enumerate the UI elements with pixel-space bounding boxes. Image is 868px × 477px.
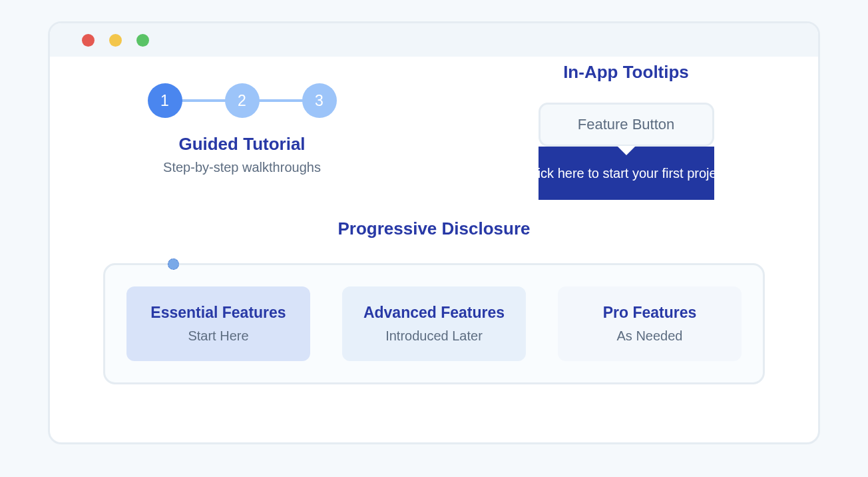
card-pro: Pro Features As Needed [558, 286, 742, 361]
progressive-title: Progressive Disclosure [50, 219, 818, 239]
progressive-panel: Essential Features Start Here Advanced F… [103, 263, 765, 384]
tooltips-title: In-App Tooltips [434, 62, 818, 83]
card-essential: Essential Features Start Here [126, 286, 310, 361]
step-3-circle: 3 [302, 83, 337, 118]
step-1-circle: 1 [148, 83, 182, 118]
step-connector [182, 99, 226, 102]
tooltip-arrow-icon [617, 146, 636, 155]
card-title: Advanced Features [355, 304, 513, 322]
guided-title: Guided Tutorial [50, 134, 434, 155]
app-window: 1 2 3 Guided Tutorial Step-by-step walkt… [48, 21, 820, 444]
card-subtitle: As Needed [571, 328, 728, 344]
tooltips-section: In-App Tooltips Feature Button Click her… [434, 57, 818, 200]
card-title: Pro Features [571, 304, 728, 322]
step-indicator: 1 2 3 [148, 83, 337, 118]
top-row: 1 2 3 Guided Tutorial Step-by-step walkt… [50, 57, 818, 200]
window-minimize-icon[interactable] [109, 34, 122, 47]
window-titlebar [50, 23, 818, 57]
tooltip-demo: Feature Button Click here to start your … [539, 103, 714, 200]
window-close-icon[interactable] [82, 34, 95, 47]
card-subtitle: Start Here [140, 328, 297, 344]
guided-subtitle: Step-by-step walkthroughs [50, 160, 434, 175]
window-maximize-icon[interactable] [136, 34, 149, 47]
card-title: Essential Features [140, 304, 297, 322]
card-subtitle: Introduced Later [355, 328, 513, 344]
card-advanced: Advanced Features Introduced Later [342, 286, 526, 361]
step-connector [259, 99, 303, 102]
panel-indicator-dot-icon [168, 258, 179, 270]
step-2-circle: 2 [225, 83, 260, 118]
content-area: 1 2 3 Guided Tutorial Step-by-step walkt… [50, 57, 818, 384]
feature-button[interactable]: Feature Button [539, 103, 714, 147]
guided-tutorial-section: 1 2 3 Guided Tutorial Step-by-step walkt… [50, 57, 434, 200]
